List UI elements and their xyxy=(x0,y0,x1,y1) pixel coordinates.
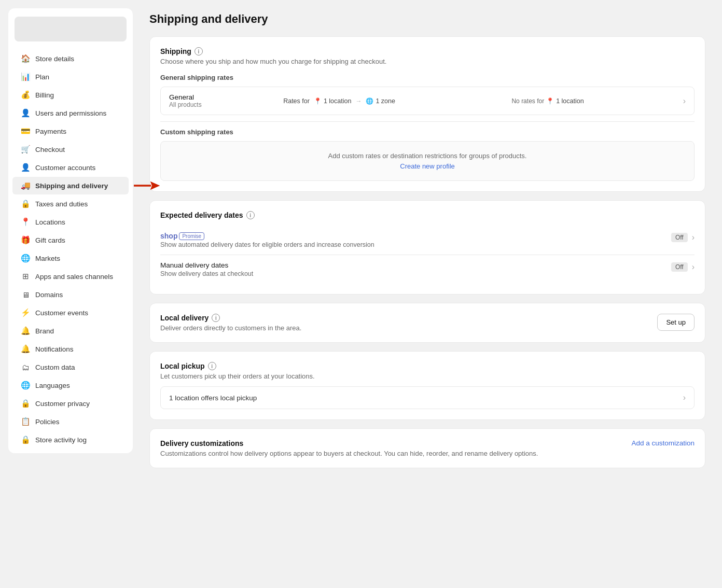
delivery-customizations-subtitle: Customizations control how delivery opti… xyxy=(160,450,538,457)
general-shipping-row[interactable]: General All products Rates for 📍 1 locat… xyxy=(169,87,686,115)
payments-icon: 💳 xyxy=(21,127,30,136)
promise-text: Promise xyxy=(179,232,204,240)
delivery-customizations-info: Delivery customizations Customizations c… xyxy=(160,439,538,457)
delivery-customizations-card: Delivery customizations Customizations c… xyxy=(149,428,705,468)
languages-icon: 🌐 xyxy=(21,381,30,390)
local-delivery-card: Local delivery i Deliver orders directly… xyxy=(149,303,705,343)
local-pickup-info-icon[interactable]: i xyxy=(208,362,216,370)
manual-delivery-subtitle: Show delivery dates at checkout xyxy=(160,270,671,277)
main-content: Shipping and delivery Shipping i Choose … xyxy=(133,0,722,588)
location-row-text: 1 location offers local pickup xyxy=(169,394,683,402)
sidebar-item-users[interactable]: 👤 Users and permissions xyxy=(12,104,129,122)
create-profile-link[interactable]: Create new profile xyxy=(400,162,455,170)
customer-accounts-icon: 👤 xyxy=(21,163,30,172)
local-delivery-subtitle: Deliver orders directly to customers in … xyxy=(160,324,301,332)
markets-icon: 🌐 xyxy=(21,254,30,263)
general-rates-label: General shipping rates xyxy=(160,74,695,81)
sidebar-item-shipping-delivery[interactable]: 🚚 Shipping and delivery xyxy=(12,177,129,194)
policies-icon: 📋 xyxy=(21,417,30,426)
expected-delivery-info-icon[interactable]: i xyxy=(246,211,255,219)
sidebar-item-customer-events[interactable]: ⚡ Customer events xyxy=(12,304,129,321)
add-customization-link[interactable]: Add a customization xyxy=(631,439,695,447)
shop-promise-content: shop Promise Show automated delivery dat… xyxy=(160,232,671,248)
sidebar-item-store-details[interactable]: 🏠 Store details xyxy=(12,50,129,67)
custom-data-icon: 🗂 xyxy=(21,362,30,372)
sidebar-item-notifications[interactable]: 🔔 Notifications xyxy=(12,340,129,358)
manual-delivery-content: Manual delivery dates Show delivery date… xyxy=(160,261,671,277)
taxes-icon: 🔒 xyxy=(21,199,30,208)
sidebar-item-locations[interactable]: 📍 Locations xyxy=(12,213,129,231)
arrow-right-icon: → xyxy=(355,97,362,105)
sidebar-item-customer-accounts[interactable]: 👤 Customer accounts xyxy=(12,159,129,176)
shop-promise-toggle[interactable]: Off xyxy=(671,233,688,242)
manual-delivery-toggle[interactable]: Off xyxy=(671,262,688,272)
sidebar-item-billing[interactable]: 💰 Billing xyxy=(12,86,129,104)
apps-icon: ⊞ xyxy=(21,272,30,281)
brand-icon: 🔔 xyxy=(21,326,30,335)
sidebar-item-policies[interactable]: 📋 Policies xyxy=(12,413,129,430)
local-delivery-title: Local delivery i xyxy=(160,314,301,322)
shop-promise-controls: Off › xyxy=(671,233,695,242)
local-pickup-title: Local pickup i xyxy=(160,362,695,370)
sidebar-item-markets[interactable]: 🌐 Markets xyxy=(12,249,129,267)
expected-delivery-title: Expected delivery dates i xyxy=(160,211,695,219)
shipping-card: Shipping i Choose where you ship and how… xyxy=(149,36,705,192)
store-activity-icon: 🔒 xyxy=(21,435,30,444)
page-title: Shipping and delivery xyxy=(149,12,705,26)
sidebar-item-gift-cards[interactable]: 🎁 Gift cards xyxy=(12,231,129,249)
manual-delivery-chevron: › xyxy=(692,262,695,272)
billing-icon: 💰 xyxy=(21,90,30,100)
plan-icon: 📊 xyxy=(21,72,30,81)
red-arrow-annotation xyxy=(134,179,160,192)
sidebar-navigation: 🏠 Store details 📊 Plan 💰 Billing 👤 Users… xyxy=(8,50,133,449)
rates-for-label: Rates for xyxy=(283,97,310,105)
sidebar-item-brand[interactable]: 🔔 Brand xyxy=(12,322,129,340)
sidebar-item-taxes[interactable]: 🔒 Taxes and duties xyxy=(12,195,129,213)
shop-promise-title: shop Promise xyxy=(160,232,671,240)
sidebar-item-languages[interactable]: 🌐 Languages xyxy=(12,376,129,394)
manual-delivery-title: Manual delivery dates xyxy=(160,261,671,269)
general-row-chevron: › xyxy=(683,96,686,106)
setup-button[interactable]: Set up xyxy=(657,314,695,331)
gift-cards-icon: 🎁 xyxy=(21,235,30,245)
expected-delivery-card: Expected delivery dates i shop Promise S… xyxy=(149,200,705,295)
shipping-info-icon[interactable]: i xyxy=(195,47,203,55)
sidebar-item-plan[interactable]: 📊 Plan xyxy=(12,68,129,86)
delivery-customizations-header: Delivery customizations Customizations c… xyxy=(160,439,695,457)
sidebar-item-payments[interactable]: 💳 Payments xyxy=(12,122,129,140)
sidebar-logo xyxy=(15,17,127,41)
sidebar-item-custom-data[interactable]: 🗂 Custom data xyxy=(12,358,129,376)
manual-delivery-controls: Off › xyxy=(671,262,695,272)
customer-events-icon: ⚡ xyxy=(21,308,30,317)
shop-promise-subtitle: Show automated delivery dates for eligib… xyxy=(160,241,671,248)
rates-zone: 🌐 1 zone xyxy=(366,97,395,105)
shop-promise-chevron: › xyxy=(692,233,695,242)
local-pickup-subtitle: Let customers pick up their orders at yo… xyxy=(160,372,695,380)
notifications-icon: 🔔 xyxy=(21,344,30,354)
location-row-chevron: › xyxy=(683,393,686,402)
sidebar-item-customer-privacy[interactable]: 🔒 Customer privacy xyxy=(12,395,129,412)
store-icon: 🏠 xyxy=(21,54,30,63)
shop-text: shop xyxy=(160,232,177,240)
local-delivery-info-icon[interactable]: i xyxy=(212,314,220,322)
shipping-general-info: General All products xyxy=(169,93,283,108)
sidebar-item-checkout[interactable]: 🛒 Checkout xyxy=(12,141,129,158)
location-row[interactable]: 1 location offers local pickup › xyxy=(160,386,695,409)
manual-delivery-row[interactable]: Manual delivery dates Show delivery date… xyxy=(160,255,695,284)
zone-icon: 🌐 xyxy=(366,97,373,105)
local-delivery-row: Local delivery i Deliver orders directly… xyxy=(160,314,695,332)
locations-icon: 📍 xyxy=(21,217,30,227)
customer-privacy-icon: 🔒 xyxy=(21,399,30,408)
custom-rates-box: Add custom rates or destination restrict… xyxy=(160,141,695,181)
no-rates-location-icon: 📍 xyxy=(546,97,554,105)
custom-rates-label: Custom shipping rates xyxy=(160,128,695,136)
sidebar-item-domains[interactable]: 🖥 Domains xyxy=(12,286,129,303)
local-pickup-card: Local pickup i Let customers pick up the… xyxy=(149,351,705,420)
sidebar: 🏠 Store details 📊 Plan 💰 Billing 👤 Users… xyxy=(8,8,133,453)
shop-promise-row[interactable]: shop Promise Show automated delivery dat… xyxy=(160,226,695,255)
sidebar-item-apps[interactable]: ⊞ Apps and sales channels xyxy=(12,268,129,285)
local-delivery-info: Local delivery i Deliver orders directly… xyxy=(160,314,301,332)
custom-rates-text: Add custom rates or destination restrict… xyxy=(171,152,684,160)
sidebar-item-store-activity[interactable]: 🔒 Store activity log xyxy=(12,431,129,449)
no-rates-info: No rates for 📍 1 location xyxy=(511,97,683,105)
